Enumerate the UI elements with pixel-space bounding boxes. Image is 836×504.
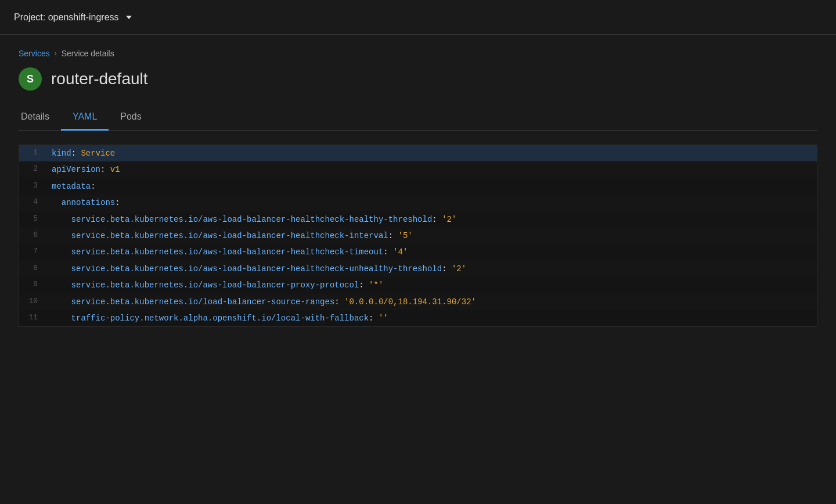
yaml-line: 11 traffic-policy.network.alpha.openshif… (19, 310, 817, 326)
breadcrumb-current: Service details (62, 49, 114, 58)
line-content: service.beta.kubernetes.io/aws-load-bala… (47, 277, 817, 293)
line-number: 9 (19, 277, 47, 293)
yaml-line: 9 service.beta.kubernetes.io/aws-load-ba… (19, 277, 817, 293)
line-number: 1 (19, 145, 47, 161)
yaml-line: 7 service.beta.kubernetes.io/aws-load-ba… (19, 244, 817, 260)
line-content: service.beta.kubernetes.io/aws-load-bala… (47, 228, 817, 244)
line-number: 8 (19, 261, 47, 276)
yaml-line: 1 kind: Service (19, 145, 817, 161)
line-number: 6 (19, 228, 47, 243)
line-number: 10 (19, 294, 47, 309)
top-bar: Project: openshift-ingress (0, 0, 836, 35)
line-number: 11 (19, 310, 47, 326)
line-number: 5 (19, 211, 47, 227)
yaml-line: 2 apiVersion: v1 (19, 161, 817, 178)
line-content: service.beta.kubernetes.io/aws-load-bala… (47, 211, 817, 228)
line-content: metadata: (47, 178, 817, 195)
yaml-line: 3 metadata: (19, 178, 817, 195)
yaml-editor[interactable]: 1 kind: Service 2 apiVersion: v1 3 metad… (19, 145, 817, 327)
yaml-line: 10 service.beta.kubernetes.io/load-balan… (19, 294, 817, 310)
line-number: 7 (19, 244, 47, 260)
project-selector[interactable]: Project: openshift-ingress (14, 12, 132, 23)
line-number: 2 (19, 161, 47, 177)
breadcrumb: Services › Service details (19, 49, 817, 58)
yaml-line: 4 annotations: (19, 195, 817, 211)
line-content: service.beta.kubernetes.io/aws-load-bala… (47, 244, 817, 260)
line-content: service.beta.kubernetes.io/aws-load-bala… (47, 261, 817, 277)
breadcrumb-services-link[interactable]: Services (19, 49, 50, 58)
tabs-container: Details YAML Pods (19, 105, 817, 131)
yaml-line: 6 service.beta.kubernetes.io/aws-load-ba… (19, 228, 817, 244)
tab-yaml[interactable]: YAML (61, 105, 109, 131)
page-title: router-default (51, 70, 148, 88)
line-content: annotations: (47, 195, 817, 211)
project-label: Project: openshift-ingress (14, 12, 119, 23)
page-header: S router-default (19, 67, 817, 91)
tab-details[interactable]: Details (19, 105, 61, 131)
line-content: service.beta.kubernetes.io/load-balancer… (47, 294, 817, 310)
yaml-line: 8 service.beta.kubernetes.io/aws-load-ba… (19, 261, 817, 277)
line-content: apiVersion: v1 (47, 161, 817, 178)
breadcrumb-separator: › (55, 49, 57, 57)
main-content: Services › Service details S router-defa… (0, 35, 836, 341)
service-icon: S (19, 67, 42, 91)
chevron-down-icon (126, 16, 132, 19)
line-number: 3 (19, 178, 47, 194)
line-content: kind: Service (47, 145, 817, 161)
tab-pods[interactable]: Pods (109, 105, 153, 131)
line-number: 4 (19, 195, 47, 210)
line-content: traffic-policy.network.alpha.openshift.i… (47, 310, 817, 326)
service-icon-letter: S (27, 73, 34, 85)
yaml-line: 5 service.beta.kubernetes.io/aws-load-ba… (19, 211, 817, 228)
